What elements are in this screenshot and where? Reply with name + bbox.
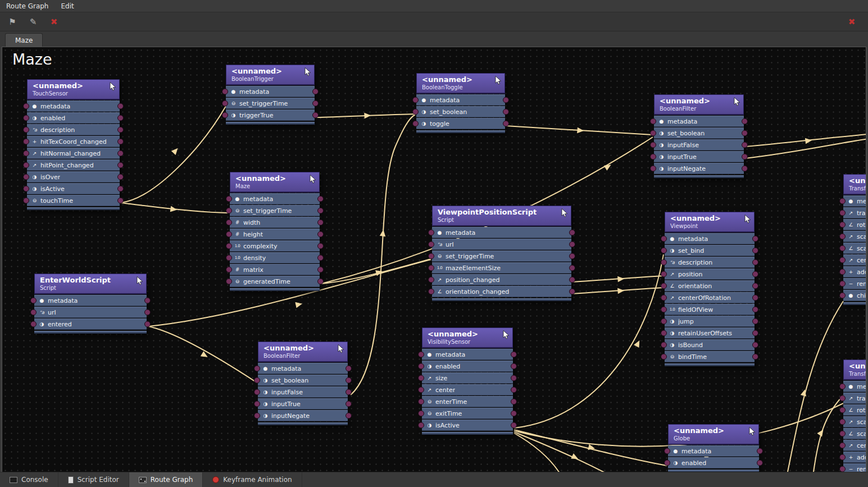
- output-port[interactable]: [511, 411, 517, 417]
- output-port[interactable]: [317, 220, 324, 226]
- node-header[interactable]: <unnamed>BooleanTrigger: [226, 65, 315, 85]
- output-port[interactable]: [752, 260, 758, 266]
- output-port[interactable]: [742, 119, 748, 125]
- output-port[interactable]: [742, 154, 748, 160]
- output-port[interactable]: [117, 174, 124, 180]
- input-port[interactable]: [254, 401, 260, 407]
- input-port[interactable]: [23, 174, 29, 180]
- close-icon[interactable]: ✖: [843, 15, 860, 29]
- input-port[interactable]: [412, 109, 419, 115]
- menu-edit[interactable]: Edit: [54, 1, 80, 11]
- input-port[interactable]: [412, 121, 419, 127]
- input-port[interactable]: [23, 139, 29, 145]
- input-port[interactable]: [30, 298, 37, 304]
- route-wire[interactable]: [351, 115, 415, 395]
- input-port[interactable]: [650, 154, 656, 160]
- input-port[interactable]: [661, 330, 667, 336]
- field-position-changed[interactable]: ↗position_changed: [432, 274, 571, 285]
- output-port[interactable]: [117, 198, 124, 204]
- output-port[interactable]: [752, 307, 758, 313]
- input-port[interactable]: [254, 366, 260, 372]
- field-scale[interactable]: ↗scale: [843, 231, 866, 242]
- output-port[interactable]: [317, 255, 324, 261]
- node-header[interactable]: <unnamed>Viewpoint: [665, 212, 755, 233]
- field-hitpoint-changed[interactable]: ↗hitPoint_changed: [27, 160, 120, 171]
- output-port[interactable]: [346, 389, 352, 395]
- graph-node-visibilitysensor-unnamed[interactable]: <unnamed>VisibilitySensor●metadata◑enabl…: [422, 327, 513, 435]
- output-port[interactable]: [752, 283, 758, 289]
- field-triggertrue[interactable]: ◑triggerTrue: [226, 110, 315, 121]
- field-complexity[interactable]: 1.0complexity: [230, 240, 320, 252]
- field-jump[interactable]: ◑jump: [665, 316, 755, 327]
- output-port[interactable]: [752, 295, 758, 301]
- input-port[interactable]: [839, 210, 846, 216]
- delete-route-icon[interactable]: ✖: [46, 15, 62, 29]
- output-port[interactable]: [117, 139, 124, 145]
- input-port[interactable]: [418, 422, 424, 429]
- field-isactive[interactable]: ◑isActive: [422, 420, 513, 431]
- field-addchildren[interactable]: +addChildren: [843, 266, 866, 277]
- input-port[interactable]: [23, 186, 29, 192]
- node-header[interactable]: <unnamed>TouchSensor: [27, 79, 120, 100]
- field-entertime[interactable]: ⊖enterTime: [422, 396, 513, 407]
- output-port[interactable]: [511, 363, 517, 370]
- input-port[interactable]: [428, 265, 434, 271]
- field-metadata[interactable]: ●metadata: [258, 363, 348, 374]
- input-port[interactable]: [23, 162, 29, 169]
- input-port[interactable]: [254, 413, 260, 419]
- input-port[interactable]: [418, 387, 424, 393]
- input-port[interactable]: [222, 101, 228, 107]
- input-port[interactable]: [661, 307, 667, 313]
- input-port[interactable]: [661, 318, 667, 325]
- field-translation[interactable]: ↗translation: [843, 207, 866, 219]
- node-header[interactable]: <unnamed>VisibilitySensor: [422, 327, 513, 348]
- field-fieldofview[interactable]: 1.0fieldOfView: [665, 304, 755, 315]
- graph-node-transform-unnamed[interactable]: <unnamed>Transform●metadata↗translation∠…: [843, 359, 866, 472]
- input-port[interactable]: [23, 103, 29, 110]
- input-port[interactable]: [839, 454, 846, 461]
- field-addchildren[interactable]: +addChildren: [843, 452, 866, 463]
- field-rotation[interactable]: ∠rotation: [843, 404, 866, 416]
- output-port[interactable]: [757, 460, 763, 466]
- input-port[interactable]: [254, 389, 260, 395]
- field-metadata[interactable]: ●metadata: [432, 227, 571, 238]
- field-scaleorientation[interactable]: ∠scaleOrientation: [843, 428, 866, 439]
- field-removechildren[interactable]: −removeChildren: [843, 278, 866, 289]
- output-port[interactable]: [569, 277, 575, 283]
- route-wire[interactable]: [514, 433, 567, 472]
- field-set-bind[interactable]: ◑set_bind: [665, 245, 755, 256]
- field-mazeelementsize[interactable]: 1.0mazeElementSize: [432, 262, 571, 274]
- output-port[interactable]: [752, 342, 758, 348]
- output-port[interactable]: [742, 142, 748, 148]
- field-set-boolean[interactable]: ◑set_boolean: [654, 128, 744, 139]
- output-port[interactable]: [742, 166, 748, 172]
- bottom-tab-console[interactable]: Console: [0, 472, 58, 487]
- field-exittime[interactable]: ⊖exitTime: [422, 408, 513, 419]
- output-port[interactable]: [117, 115, 124, 121]
- menu-route-graph[interactable]: Route Graph: [0, 1, 54, 11]
- output-port[interactable]: [312, 89, 319, 95]
- field-description[interactable]: "adescription: [27, 124, 120, 135]
- attach-route-icon[interactable]: ⚑: [4, 15, 21, 29]
- route-wire[interactable]: [514, 432, 633, 472]
- edit-route-icon[interactable]: ✎: [25, 15, 42, 29]
- output-port[interactable]: [317, 243, 324, 249]
- graph-node-booleanfilter-unnamed[interactable]: <unnamed>BooleanFilter●metadata◑set_bool…: [258, 342, 348, 425]
- field-metadata[interactable]: ●metadata: [843, 195, 866, 207]
- field-set-triggertime[interactable]: ⊖set_triggerTime: [226, 98, 315, 109]
- output-port[interactable]: [144, 321, 151, 327]
- field-center[interactable]: ↗center: [843, 254, 866, 266]
- field-set-triggertime[interactable]: ⊖set_triggerTime: [230, 205, 320, 216]
- field-generatedtime[interactable]: ⊖generatedTime: [230, 276, 320, 287]
- field-center[interactable]: ↗center: [422, 384, 513, 395]
- node-header[interactable]: <unnamed>Globe: [668, 424, 759, 445]
- input-port[interactable]: [23, 127, 29, 133]
- output-port[interactable]: [117, 162, 124, 169]
- input-port[interactable]: [418, 411, 424, 417]
- field-centerofrotation[interactable]: ↗centerOfRotation: [665, 292, 755, 303]
- output-port[interactable]: [511, 387, 517, 393]
- field-size[interactable]: ↗size: [422, 372, 513, 384]
- output-port[interactable]: [346, 413, 352, 419]
- output-port[interactable]: [144, 298, 151, 304]
- field-translation[interactable]: ↗translation: [843, 393, 866, 404]
